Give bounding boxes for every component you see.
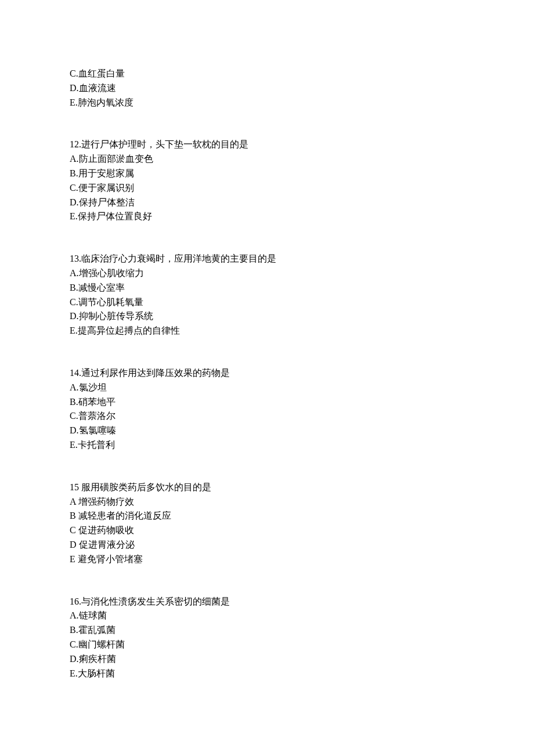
option-c: C.便于家属识别: [70, 181, 464, 196]
question-13: 13.临床治疗心力衰竭时，应用洋地黄的主要目的是 A.增强心肌收缩力 B.减慢心…: [70, 252, 464, 338]
option-e: E.提高异位起搏点的自律性: [70, 324, 464, 338]
option-a: A.氯沙坦: [70, 381, 464, 395]
question-stem: 15 服用磺胺类药后多饮水的目的是: [70, 480, 464, 495]
option-e: E 避免肾小管堵塞: [70, 552, 464, 567]
question-stem: 14.通过利尿作用达到降压效果的药物是: [70, 366, 464, 381]
option-a: A.链球菌: [70, 609, 464, 623]
option-d: D 促进胃液分泌: [70, 538, 464, 552]
option-b: B.霍乱弧菌: [70, 623, 464, 638]
option-c: C.调节心肌耗氧量: [70, 295, 464, 310]
option-a: A 增强药物疗效: [70, 495, 464, 509]
question-14: 14.通过利尿作用达到降压效果的药物是 A.氯沙坦 B.硝苯地平 C.普萘洛尔 …: [70, 366, 464, 453]
option-b: B.硝苯地平: [70, 395, 464, 410]
option-c: C 促进药物吸收: [70, 523, 464, 538]
option-e: E.肺泡内氧浓度: [70, 96, 464, 110]
question-15: 15 服用磺胺类药后多饮水的目的是 A 增强药物疗效 B 减轻患者的消化道反应 …: [70, 480, 464, 567]
option-e: E.卡托普利: [70, 438, 464, 453]
option-b: B 减轻患者的消化道反应: [70, 509, 464, 523]
option-e: E.大肠杆菌: [70, 667, 464, 681]
option-d: D.血液流速: [70, 81, 464, 96]
option-c: C.血红蛋白量: [70, 67, 464, 81]
question-16: 16.与消化性溃疡发生关系密切的细菌是 A.链球菌 B.霍乱弧菌 C.幽门螺杆菌…: [70, 595, 464, 681]
option-b: B.减慢心室率: [70, 281, 464, 295]
question-stem: 16.与消化性溃疡发生关系密切的细菌是: [70, 595, 464, 609]
orphan-options-block: C.血红蛋白量 D.血液流速 E.肺泡内氧浓度: [70, 67, 464, 110]
option-d: D.氢氯噻嗪: [70, 424, 464, 438]
option-d: D.保持尸体整洁: [70, 196, 464, 210]
option-c: C.幽门螺杆菌: [70, 638, 464, 652]
option-d: D.抑制心脏传导系统: [70, 309, 464, 324]
option-a: A.防止面部淤血变色: [70, 152, 464, 167]
option-c: C.普萘洛尔: [70, 409, 464, 424]
option-b: B.用于安慰家属: [70, 167, 464, 181]
question-stem: 13.临床治疗心力衰竭时，应用洋地黄的主要目的是: [70, 252, 464, 266]
question-12: 12.进行尸体护理时，头下垫一软枕的目的是 A.防止面部淤血变色 B.用于安慰家…: [70, 138, 464, 224]
option-a: A.增强心肌收缩力: [70, 266, 464, 281]
option-d: D.痢疾杆菌: [70, 652, 464, 667]
question-stem: 12.进行尸体护理时，头下垫一软枕的目的是: [70, 138, 464, 152]
option-e: E.保持尸体位置良好: [70, 209, 464, 224]
